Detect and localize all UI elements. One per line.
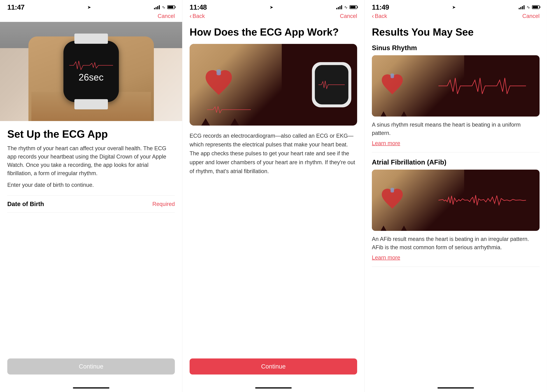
afib-peak-l xyxy=(381,226,386,231)
status-time-2: 11:48 xyxy=(190,3,207,11)
signal-bar xyxy=(520,7,521,9)
screen1-prompt: Enter your date of birth to continue. xyxy=(7,182,175,188)
ecg-mid-svg xyxy=(207,106,251,113)
battery-fill-1 xyxy=(168,6,173,8)
sinus-rhythm-image xyxy=(372,55,540,117)
signal-bar xyxy=(154,8,155,9)
watch-ecg-svg xyxy=(69,60,113,70)
peak-right xyxy=(230,118,239,126)
watch-band-top xyxy=(74,34,108,44)
afib-desc: An AFib result means the heart is beatin… xyxy=(372,235,540,252)
location-icon-2: ➤ xyxy=(270,5,273,10)
svg-rect-1 xyxy=(390,74,394,78)
battery-icon-3 xyxy=(532,5,540,9)
peak-left xyxy=(201,118,210,126)
signal-bar xyxy=(336,8,337,9)
screen1-title: Set Up the ECG App xyxy=(7,128,175,140)
home-indicator-3 xyxy=(438,387,474,388)
signal-bars-1 xyxy=(154,5,160,9)
status-bar-3: 11:49 ➤ ∿ xyxy=(365,0,547,12)
heart-svg xyxy=(204,69,233,101)
continue-button-2[interactable]: Continue xyxy=(190,358,357,374)
chevron-left-icon-2: ‹ xyxy=(190,13,191,20)
home-indicator-1 xyxy=(73,387,109,388)
signal-bar xyxy=(338,7,339,9)
screen3-title: Results You May See xyxy=(372,26,540,38)
watch-right xyxy=(312,62,351,107)
screen-2: 11:48 ➤ ∿ ‹ Back Cancel How Does the ECG… xyxy=(182,0,365,392)
afib-learn-more[interactable]: Learn more xyxy=(372,254,540,261)
dob-required: Required xyxy=(152,201,175,207)
watch-body: 26sec xyxy=(63,41,119,102)
apple-watch: 26sec xyxy=(63,41,119,102)
signal-bars-3 xyxy=(519,5,525,9)
status-bar-2: 11:48 ➤ ∿ xyxy=(182,0,364,12)
heart-illustration xyxy=(204,69,233,101)
location-icon-1: ➤ xyxy=(87,5,91,10)
hero-image-1: 26sec xyxy=(0,22,182,121)
status-icons-1: ∿ xyxy=(154,5,175,10)
sinus-heart xyxy=(381,73,404,99)
back-button-3[interactable]: ‹ Back xyxy=(372,13,387,20)
nav-bar-1: Cancel xyxy=(0,12,182,22)
cancel-button-1[interactable]: Cancel xyxy=(158,13,175,19)
status-time-1: 11:47 xyxy=(7,3,25,11)
signal-bar xyxy=(522,6,523,9)
back-button-2[interactable]: ‹ Back xyxy=(190,13,205,20)
continue-button-1[interactable]: Continue xyxy=(7,358,175,374)
battery-fill-3 xyxy=(533,6,538,8)
signal-bar xyxy=(524,5,525,9)
status-icons-2: ∿ xyxy=(336,5,357,10)
status-icons-3: ∿ xyxy=(519,5,540,10)
watch-band-bottom xyxy=(74,99,108,109)
status-time-3: 11:49 xyxy=(372,3,389,11)
sinus-learn-more[interactable]: Learn more xyxy=(372,140,540,146)
screen2-body: ECG records an electrocardiogram—also ca… xyxy=(190,131,357,176)
battery-icon-1 xyxy=(167,5,175,9)
sinus-peak-r xyxy=(401,111,407,117)
sinus-rhythm-section: Sinus Rhythm A sinus r xyxy=(372,44,540,146)
location-icon-3: ➤ xyxy=(452,5,456,10)
screen1-body: The rhythm of your heart can affect your… xyxy=(7,144,175,178)
signal-bar xyxy=(156,7,157,9)
watch-timer: 26sec xyxy=(79,72,103,83)
signal-bar xyxy=(340,6,341,9)
sinus-ecg-svg xyxy=(428,77,537,95)
signal-bar xyxy=(159,5,160,9)
battery-icon-2 xyxy=(349,5,357,9)
screen3-content: Results You May See Sinus Rhythm xyxy=(365,22,547,392)
watch-screen xyxy=(315,65,348,104)
dob-row[interactable]: Date of Birth Required xyxy=(7,195,175,213)
wifi-icon-3: ∿ xyxy=(526,5,530,10)
screen-1: 11:47 ➤ ∿ Cancel xyxy=(0,0,182,392)
signal-bar xyxy=(341,5,342,9)
signal-bar xyxy=(157,6,158,9)
status-bar-1: 11:47 ➤ ∿ xyxy=(0,0,182,12)
afib-image xyxy=(372,170,540,231)
afib-heart xyxy=(381,187,404,213)
back-label-2: Back xyxy=(192,13,205,19)
signal-bars-2 xyxy=(336,5,342,9)
ecg-illustration-2 xyxy=(190,44,357,126)
divider-2 xyxy=(372,267,540,267)
chevron-left-icon-3: ‹ xyxy=(372,13,374,20)
afib-section: Atrial Fibrillation (AFib) xyxy=(372,158,540,261)
svg-rect-0 xyxy=(217,69,221,75)
sinus-rhythm-title: Sinus Rhythm xyxy=(372,44,540,52)
nav-bar-2: ‹ Back Cancel xyxy=(182,12,364,22)
afib-title: Atrial Fibrillation (AFib) xyxy=(372,158,540,166)
cancel-button-2[interactable]: Cancel xyxy=(340,13,357,19)
battery-fill-2 xyxy=(350,6,356,8)
afib-peak-r xyxy=(401,226,407,231)
cancel-button-3[interactable]: Cancel xyxy=(522,13,540,19)
signal-bar xyxy=(519,8,520,9)
wifi-icon-1: ∿ xyxy=(162,5,165,10)
screen1-content: Set Up the ECG App The rhythm of your he… xyxy=(0,121,182,213)
back-label-3: Back xyxy=(375,13,387,19)
wifi-icon-2: ∿ xyxy=(344,5,348,10)
nav-bar-3: ‹ Back Cancel xyxy=(365,12,547,22)
afib-heart-svg xyxy=(381,187,404,212)
ecg-line-mid xyxy=(207,106,308,114)
watch-screen-ecg xyxy=(319,80,345,89)
svg-rect-2 xyxy=(390,188,394,193)
